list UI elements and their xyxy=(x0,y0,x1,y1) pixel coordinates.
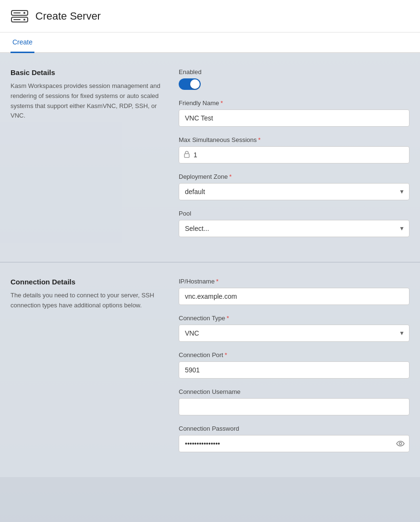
basic-details-text: Kasm Workspaces provides session managem… xyxy=(11,81,163,121)
max-sessions-label: Max Simultaneous Sessions * xyxy=(179,136,409,143)
pool-field-group: Pool Select... ▼ xyxy=(179,210,409,237)
ip-hostname-field-group: IP/Hostname * xyxy=(179,278,409,305)
friendly-name-field-group: Friendly Name * xyxy=(179,99,409,127)
tab-create[interactable]: Create xyxy=(11,33,34,53)
password-field-wrapper xyxy=(179,435,409,452)
tabs-bar: Create xyxy=(0,33,420,53)
basic-details-title: Basic Details xyxy=(11,68,163,76)
deployment-zone-select-wrapper: default ▼ xyxy=(179,183,409,200)
connection-details-description: Connection Details The details you need … xyxy=(11,278,163,462)
enabled-field-group: Enabled xyxy=(179,68,409,90)
max-sessions-input[interactable] xyxy=(179,146,409,163)
toggle-slider xyxy=(179,78,201,90)
page-header: Create Server xyxy=(0,0,420,33)
basic-details-description: Basic Details Kasm Workspaces provides s… xyxy=(11,68,163,247)
svg-point-7 xyxy=(399,443,402,445)
connection-port-input[interactable] xyxy=(179,361,409,379)
connection-port-label: Connection Port * xyxy=(179,351,409,359)
connection-password-label: Connection Password xyxy=(179,425,409,432)
connection-details-section: Connection Details The details you need … xyxy=(0,262,420,477)
deployment-zone-label: Deployment Zone * xyxy=(179,173,409,180)
server-icon xyxy=(11,10,29,23)
connection-details-fields: IP/Hostname * Connection Type * VNC RDP … xyxy=(179,278,409,462)
pool-select-wrapper: Select... ▼ xyxy=(179,220,409,237)
svg-point-3 xyxy=(23,19,25,21)
connection-details-title: Connection Details xyxy=(11,278,163,286)
connection-port-field-group: Connection Port * xyxy=(179,351,409,379)
pool-select[interactable]: Select... xyxy=(179,220,409,237)
connection-password-field-group: Connection Password xyxy=(179,425,409,452)
enabled-toggle-container xyxy=(179,78,409,90)
enabled-toggle[interactable] xyxy=(179,78,201,90)
max-sessions-field-group: Max Simultaneous Sessions * xyxy=(179,136,409,163)
connection-type-field-group: Connection Type * VNC RDP SSH ▼ xyxy=(179,315,409,342)
basic-details-section: Basic Details Kasm Workspaces provides s… xyxy=(0,53,420,262)
connection-type-label: Connection Type * xyxy=(179,315,409,322)
deployment-zone-field-group: Deployment Zone * default ▼ xyxy=(179,173,409,200)
ip-hostname-label: IP/Hostname * xyxy=(179,278,409,285)
connection-username-input[interactable] xyxy=(179,398,409,415)
max-sessions-input-wrapper xyxy=(179,146,409,163)
page-title: Create Server xyxy=(35,10,101,22)
eye-icon xyxy=(396,440,405,447)
svg-rect-6 xyxy=(184,154,189,158)
connection-type-select-wrapper: VNC RDP SSH ▼ xyxy=(179,325,409,342)
basic-details-fields: Enabled Friendly Name * xyxy=(179,68,409,247)
ip-hostname-input[interactable] xyxy=(179,288,409,305)
deployment-zone-select[interactable]: default xyxy=(179,183,409,200)
lock-icon xyxy=(183,151,190,160)
connection-password-input[interactable] xyxy=(179,435,409,452)
password-toggle-button[interactable] xyxy=(396,440,405,447)
friendly-name-label: Friendly Name * xyxy=(179,99,409,107)
pool-label: Pool xyxy=(179,210,409,217)
connection-type-select[interactable]: VNC RDP SSH xyxy=(179,325,409,342)
connection-details-text: The details you need to connect to your … xyxy=(11,291,163,311)
connection-username-field-group: Connection Username xyxy=(179,388,409,415)
svg-point-2 xyxy=(23,12,25,14)
enabled-label: Enabled xyxy=(179,68,409,76)
connection-username-label: Connection Username xyxy=(179,388,409,395)
friendly-name-input[interactable] xyxy=(179,109,409,127)
